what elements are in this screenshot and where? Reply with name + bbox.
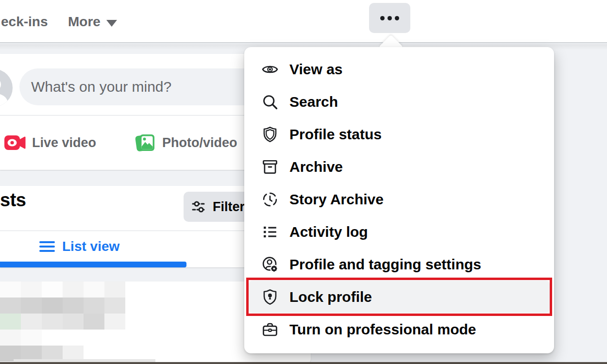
menu-item-archive[interactable]: Archive <box>249 150 550 183</box>
menu-item-story-archive[interactable]: Story Archive <box>249 183 550 215</box>
menu-item-label: Lock profile <box>289 289 372 305</box>
mosaic-cell <box>104 330 125 346</box>
profile-options-menu: View as Search Profile status Ar <box>244 47 554 353</box>
menu-item-label: Turn on professional mode <box>289 321 476 338</box>
menu-item-profile-status[interactable]: Profile status <box>249 118 550 150</box>
active-tab-indicator <box>0 262 186 267</box>
mosaic-cell <box>63 298 84 314</box>
tab-more[interactable]: More <box>68 0 117 43</box>
briefcase-icon <box>261 321 279 338</box>
ellipsis-icon <box>380 16 385 20</box>
menu-item-search[interactable]: Search <box>249 85 550 118</box>
photo-video-icon <box>134 132 156 154</box>
shield-icon <box>261 126 279 143</box>
search-icon <box>261 93 279 111</box>
eye-icon <box>261 61 279 78</box>
live-video-button[interactable]: Live video <box>4 133 96 152</box>
posts-heading: sts <box>0 190 26 211</box>
live-video-label: Live video <box>32 135 96 150</box>
menu-item-label: Activity log <box>289 224 368 240</box>
mosaic-cell <box>42 298 63 314</box>
mosaic-cell <box>42 314 63 330</box>
person-gear-icon <box>261 256 279 273</box>
filter-button-label: Filter <box>213 199 245 215</box>
list-view-icon <box>39 240 55 253</box>
blurred-content <box>0 281 125 362</box>
mosaic-cell <box>104 298 125 314</box>
mosaic-cell <box>84 281 104 298</box>
shield-lock-icon <box>261 288 279 306</box>
mosaic-cell <box>0 314 21 330</box>
mosaic-cell <box>0 330 21 346</box>
menu-item-label: Archive <box>289 159 343 175</box>
mosaic-cell <box>104 314 125 330</box>
archive-box-icon <box>261 158 279 176</box>
activity-list-icon <box>261 223 279 241</box>
menu-item-profile-and-tagging-settings[interactable]: Profile and tagging settings <box>249 248 550 281</box>
tab-list-view[interactable]: List view <box>39 232 119 261</box>
mosaic-cell <box>0 298 21 314</box>
menu-item-label: Story Archive <box>289 191 384 208</box>
mosaic-cell <box>84 330 104 346</box>
photo-video-label: Photo/video <box>162 135 237 150</box>
live-video-icon <box>4 133 26 152</box>
menu-item-label: Search <box>289 94 338 110</box>
menu-item-lock-profile[interactable]: Lock profile <box>249 281 550 313</box>
mosaic-cell <box>84 298 104 314</box>
menu-item-label: Profile and tagging settings <box>289 256 481 273</box>
tab-checkins-label: eck-ins <box>1 14 48 30</box>
mosaic-cell <box>42 330 63 346</box>
composer-placeholder: What's on your mind? <box>31 79 171 95</box>
mosaic-cell <box>104 281 125 298</box>
more-options-button[interactable] <box>369 3 410 33</box>
photo-video-button[interactable]: Photo/video <box>134 132 237 154</box>
menu-item-label: Profile status <box>289 126 382 143</box>
mosaic-cell <box>21 298 42 314</box>
menu-item-view-as[interactable]: View as <box>249 53 550 85</box>
mosaic-cell <box>42 281 63 298</box>
filters-icon <box>191 199 207 215</box>
menu-item-activity-log[interactable]: Activity log <box>249 215 550 248</box>
tab-checkins[interactable]: eck-ins <box>1 0 48 43</box>
mosaic-cell <box>63 330 84 346</box>
mosaic-cell <box>21 281 42 298</box>
chevron-down-icon <box>106 20 117 27</box>
profile-nav-bar: eck-ins More <box>0 0 607 43</box>
mosaic-cell <box>0 281 21 298</box>
clock-dashed-icon <box>261 191 279 208</box>
mosaic-cell <box>63 281 84 298</box>
mosaic-cell <box>63 314 84 330</box>
mosaic-cell <box>21 330 42 346</box>
screen-bottom-edge <box>0 362 607 364</box>
mosaic-cell <box>21 314 42 330</box>
tab-more-label: More <box>68 14 101 30</box>
tab-list-view-label: List view <box>62 239 119 254</box>
mosaic-cell <box>84 314 104 330</box>
menu-item-label: View as <box>289 61 343 78</box>
avatar[interactable] <box>0 69 13 107</box>
menu-item-professional-mode[interactable]: Turn on professional mode <box>249 313 550 346</box>
